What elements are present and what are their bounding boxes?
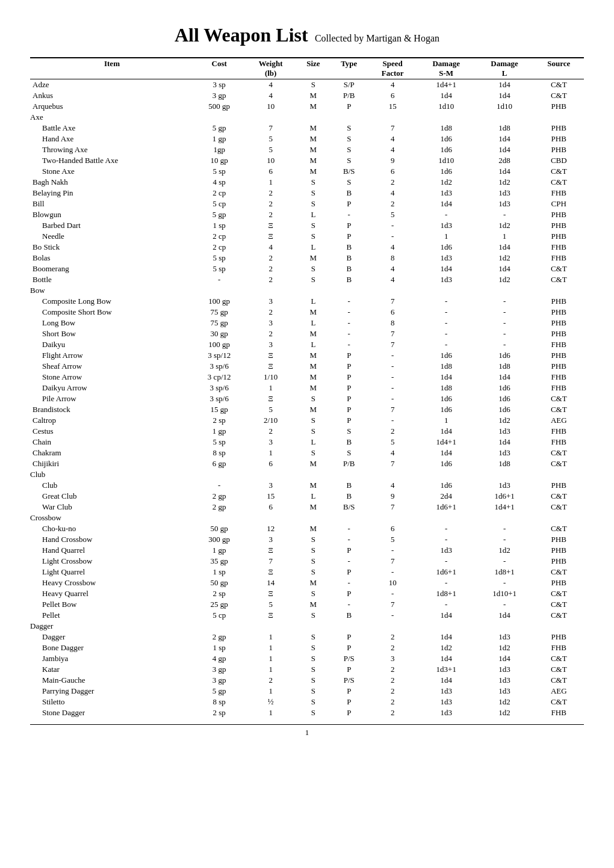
cell-value: PHB (534, 134, 584, 144)
cell-value: 1d3 (476, 426, 534, 437)
cell-value: M (297, 577, 330, 588)
cell-value: 2d4 (417, 491, 476, 502)
cell-value: 1d6 (417, 242, 476, 253)
cell-value: 5 gp (194, 209, 244, 220)
cell-value: - (330, 318, 368, 328)
cell-value: Ξ (244, 610, 296, 621)
col-item: Item (30, 58, 194, 79)
cell-value: 15 gp (194, 404, 244, 415)
cell-value: 5 (244, 144, 296, 155)
cell-value: 5 (244, 134, 296, 144)
cell-value: 1d2 (476, 642, 534, 653)
cell-value: 7 (368, 328, 417, 339)
cell-value: FHB (534, 437, 584, 448)
cell-value: 4 (244, 79, 296, 91)
cell-value: 2 (244, 209, 296, 220)
table-row: Sheaf Arrow3 sp/6ΞMP-1d81d8PHB (30, 361, 584, 372)
cell-value: - (417, 556, 476, 567)
item-name: Ankus (30, 90, 194, 101)
cell-value: Ξ (244, 545, 296, 556)
cell-value: 1d4 (476, 134, 534, 144)
cell-value: M (297, 502, 330, 512)
cell-value: FHB (534, 642, 584, 653)
cell-value: 1d8+1 (417, 588, 476, 599)
cell-value: M (297, 90, 330, 101)
cell-value: S (330, 123, 368, 134)
cell-value: C&T (534, 177, 584, 188)
cell-value: 50 gp (194, 523, 244, 534)
cell-value: - (368, 361, 417, 372)
item-name: Pellet Bow (30, 599, 194, 610)
cell-value: P (330, 393, 368, 404)
cell-value: 1d2 (476, 697, 534, 707)
table-row: Hand Crossbow300 gp3S-5--PHB (30, 534, 584, 545)
cell-value: - (417, 339, 476, 350)
cell-value: M (297, 480, 330, 491)
cell-value: 2 cp (194, 231, 244, 242)
cell-value: M (297, 166, 330, 177)
cell-value: S (330, 134, 368, 144)
cell-value: 7 (368, 599, 417, 610)
cell-value: 3 sp/6 (194, 393, 244, 404)
item-name: Stone Dagger (30, 707, 194, 718)
cell-value: 1d8+1 (476, 567, 534, 577)
table-row: Daikyu100 gp3L-7--FHB (30, 339, 584, 350)
cell-value: 10 (368, 577, 417, 588)
cell-value: - (330, 556, 368, 567)
table-row: Short Bow30 gp2M-7--PHB (30, 328, 584, 339)
cell-value: PHB (534, 480, 584, 491)
cell-value: 2 gp (194, 502, 244, 512)
cell-value: C&T (534, 567, 584, 577)
cell-value: P (330, 231, 368, 242)
table-row: Chakram8 sp1SS41d41d3C&T (30, 448, 584, 458)
cell-value: M (297, 101, 330, 112)
cell-value: 4 sp (194, 177, 244, 188)
cell-value: 1 (244, 383, 296, 393)
cell-value: Ξ (244, 567, 296, 577)
cell-value: S (297, 263, 330, 274)
item-name: Bagh Nakh (30, 177, 194, 188)
cell-value: S (297, 534, 330, 545)
item-name: Stiletto (30, 697, 194, 707)
table-row: War Club2 gp6MB/S71d6+11d4+1C&T (30, 502, 584, 512)
table-row: Heavy Crossbow50 gp14M-10--PHB (30, 577, 584, 588)
cell-value: 1 gp (194, 545, 244, 556)
item-name: Cestus (30, 426, 194, 437)
cell-value: 2 (368, 675, 417, 686)
item-name: Bo Stick (30, 242, 194, 253)
cell-value: - (194, 480, 244, 491)
cell-value: 10 (244, 155, 296, 166)
cell-value: - (417, 296, 476, 307)
cell-value: C&T (534, 502, 584, 512)
page-number: 1 (305, 728, 309, 737)
cell-value: 1 (476, 231, 534, 242)
table-row: Great Club2 gp15LB92d41d6+1C&T (30, 491, 584, 502)
item-name: Hand Quarrel (30, 545, 194, 556)
table-row: Cestus1 gp2SS21d41d3FHB (30, 426, 584, 437)
table-row: Axe (30, 112, 584, 123)
cell-value: 1d4 (476, 610, 534, 621)
cell-value: L (297, 296, 330, 307)
cell-value: AEG (534, 415, 584, 426)
table-row: Brandistock15 gp5MP71d61d6C&T (30, 404, 584, 415)
cell-value: 10 gp (194, 155, 244, 166)
item-name: Hand Axe (30, 134, 194, 144)
table-row: Light Crossbow35 gp7S-7--PHB (30, 556, 584, 567)
table-row: Pile Arrow3 sp/6ΞSP-1d61d6C&T (30, 393, 584, 404)
cell-value: 6 (244, 458, 296, 469)
cell-value: - (368, 415, 417, 426)
cell-value: 1d3 (476, 188, 534, 199)
cell-value: 9 (368, 155, 417, 166)
cell-value: PHB (534, 545, 584, 556)
cell-value: PHB (534, 220, 584, 231)
cell-value: C&T (534, 79, 584, 91)
cell-value: 1d4 (476, 90, 534, 101)
cell-value: - (330, 599, 368, 610)
cell-value: PHB (534, 231, 584, 242)
item-name: Belaying Pin (30, 188, 194, 199)
cell-value: 4 (368, 134, 417, 144)
item-name: Pile Arrow (30, 393, 194, 404)
cell-value: Ξ (244, 361, 296, 372)
cell-value: P (330, 350, 368, 361)
cell-value: 1d6 (417, 393, 476, 404)
